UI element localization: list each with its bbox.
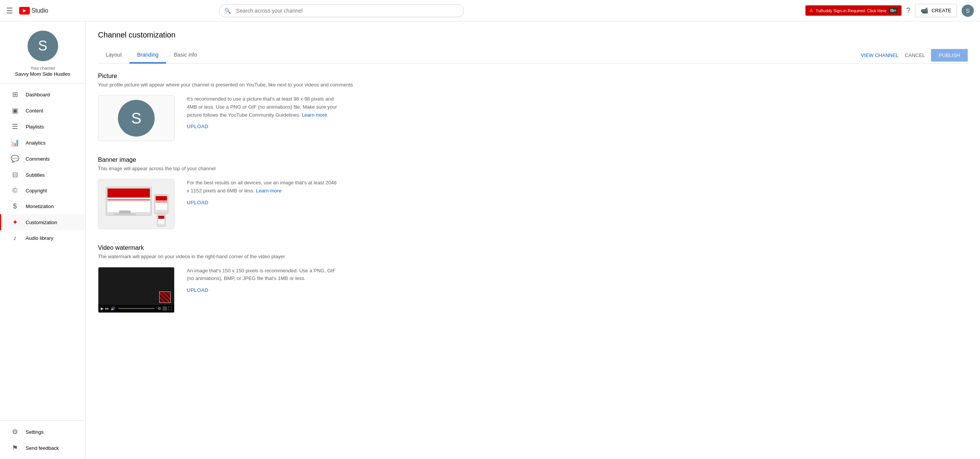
sidebar-item-label: Comments [26,156,50,162]
sidebar-item-copyright[interactable]: © Copyright [0,183,85,199]
banner-info-text: For the best results on all devices, use… [187,179,340,195]
copyright-icon: © [10,187,20,195]
sidebar-item-audio-library[interactable]: ♪ Audio library [0,230,85,246]
picture-info-text: It's recommended to use a picture that's… [187,95,340,119]
dashboard-icon: ⊞ [10,90,20,99]
playlists-icon: ☰ [10,122,20,131]
banner-title: Banner image [98,156,968,163]
page-title: Channel customization [98,31,968,39]
monetization-icon: $ [10,202,20,210]
sidebar-item-analytics[interactable]: 📊 Analytics [0,135,85,151]
publish-button[interactable]: PUBLISH [931,49,968,62]
main-content: Channel customization Layout Branding Ba… [86,21,980,337]
picture-preview: S [98,95,175,141]
camera-icon: 📹 [921,7,928,14]
progress-bar [118,308,155,309]
content-icon: ▣ [10,106,20,115]
watermark-preview: ▶ ⏭ 🔊 ⚙ ⬛ ⛶ [98,267,175,313]
banner-preview [98,179,175,229]
video-controls: ▶ ⏭ 🔊 ⚙ ⬛ ⛶ [98,305,174,313]
banner-desc: This image will appear across the top of… [98,166,968,171]
view-channel-button[interactable]: VIEW CHANNEL [861,49,899,61]
watermark-content: ▶ ⏭ 🔊 ⚙ ⬛ ⛶ An image that's 150 x 150 pi… [98,267,968,313]
sidebar-item-playlists[interactable]: ☰ Playlists [0,119,85,135]
create-label: CREATE [931,8,951,13]
analytics-icon: 📊 [10,138,20,147]
watermark-upload-button[interactable]: UPLOAD [187,287,340,293]
audio-library-icon: ♪ [10,234,20,242]
nav-right: ⚠ TuBuddy Sign-in Required. Click Here t… [805,4,974,17]
avatar[interactable]: S [962,5,974,17]
tubebuddy-text: TuBuddy Sign-in Required. Click Here [815,8,886,13]
banner-illustration [98,179,174,229]
watermark-stripe [159,291,171,303]
help-icon[interactable]: ? [906,6,910,15]
sidebar-item-label: Content [26,108,43,114]
tubebuddy-banner[interactable]: ⚠ TuBuddy Sign-in Required. Click Here t… [805,5,902,16]
comments-icon: 💬 [10,155,20,163]
watermark-desc: The watermark will appear on your videos… [98,254,968,259]
skip-icon: ⏭ [105,306,109,311]
sidebar-item-label: Subtitles [26,172,45,178]
hamburger-icon[interactable]: ☰ [6,6,13,15]
sidebar-item-label: Monetization [26,203,54,209]
banner-learn-more-link[interactable]: Learn more [256,188,281,194]
sidebar-item-label: Audio library [26,235,53,241]
svg-rect-3 [108,199,150,200]
fullscreen-icon: ⛶ [168,306,172,311]
sidebar: S Your channel Savvy Mom Side Hustles ⊞ … [0,21,86,337]
top-nav: ☰ Studio 🔍 ⚠ TuBuddy Sign-in Required. C… [0,0,980,21]
create-button[interactable]: 📹 CREATE [915,4,957,17]
picture-learn-more-link[interactable]: Learn more [302,112,327,118]
volume-icon: 🔊 [111,306,115,311]
profile-picture-circle: S [118,100,155,137]
banner-content: For the best results on all devices, use… [98,179,968,229]
watermark-title: Video watermark [98,244,968,251]
ctrl-icons-right: ⚙ ⬛ ⛶ [158,306,172,311]
svg-rect-5 [114,213,136,215]
sidebar-item-subtitles[interactable]: ⊟ Subtitles [0,167,85,183]
sidebar-item-customization[interactable]: ✦ Customization [0,214,85,230]
tab-branding[interactable]: Branding [129,47,166,63]
tab-basic-info[interactable]: Basic info [166,47,205,63]
sidebar-item-dashboard[interactable]: ⊞ Dashboard [0,86,85,103]
miniplayer-icon: ⬛ [162,306,167,311]
tab-layout[interactable]: Layout [98,47,129,63]
customization-icon: ✦ [10,218,20,226]
picture-content: S It's recommended to use a picture that… [98,95,968,141]
channel-avatar: S [28,31,58,61]
tabs-bar: Layout Branding Basic info VIEW CHANNEL … [98,47,968,63]
sidebar-item-label: Playlists [26,124,44,130]
channel-name: Savvy Mom Side Hustles [15,71,70,77]
channel-info: S Your channel Savvy Mom Side Hustles [0,21,85,83]
watermark-info-text: An image that's 150 x 150 pixels is reco… [187,267,340,283]
banner-section: Banner image This image will appear acro… [98,156,968,229]
watermark-overlay [159,291,171,303]
watermark-section: Video watermark The watermark will appea… [98,244,968,313]
tab-actions: VIEW CHANNEL CANCEL PUBLISH [861,49,968,62]
sidebar-item-content[interactable]: ▣ Content [0,103,85,119]
youtube-logo[interactable]: Studio [19,7,48,15]
picture-section: Picture Your profile picture will appear… [98,73,968,141]
svg-rect-8 [155,196,167,201]
settings-ctrl-icon: ⚙ [158,306,161,311]
svg-rect-4 [119,210,131,213]
sidebar-item-comments[interactable]: 💬 Comments [0,151,85,167]
sidebar-item-label: Analytics [26,140,46,146]
search-input[interactable] [219,4,464,17]
sidebar-item-monetization[interactable]: $ Monetization [0,199,85,214]
picture-info: It's recommended to use a picture that's… [187,95,340,129]
studio-label: Studio [31,7,48,14]
tubebuddy-logo: tb≡ [889,8,898,13]
sidebar-item-label: Copyright [26,188,47,194]
play-icon: ▶ [101,306,104,311]
picture-title: Picture [98,73,968,80]
sidebar-item-label: Dashboard [26,92,50,98]
picture-upload-button[interactable]: UPLOAD [187,124,340,129]
banner-upload-button[interactable]: UPLOAD [187,200,340,205]
youtube-icon [19,7,30,15]
nav-items: ⊞ Dashboard ▣ Content ☰ Playlists 📊 Anal… [0,83,85,337]
svg-rect-9 [155,201,167,202]
watermark-info: An image that's 150 x 150 pixels is reco… [187,267,340,293]
cancel-button[interactable]: CANCEL [905,49,925,61]
